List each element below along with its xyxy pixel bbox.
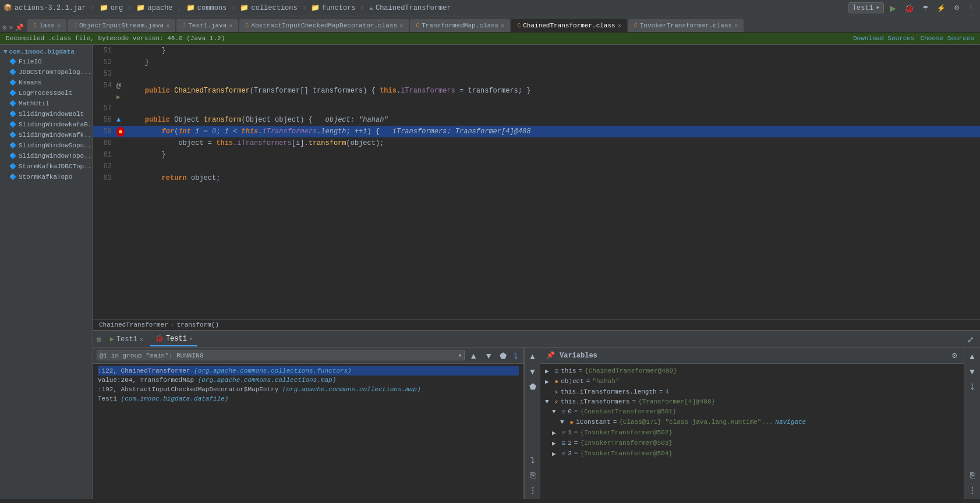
console-up-button[interactable]: ▲ xyxy=(526,350,539,363)
sidebar-item-mathutil[interactable]: 🔷 MathUtil xyxy=(0,98,93,109)
pin-icon[interactable]: 📌 xyxy=(15,23,24,32)
class-icon: 🔷 xyxy=(9,121,16,128)
var-row-0[interactable]: ▼ ≡ 0 = {ConstantTransformer@501} xyxy=(540,407,964,417)
sidebar-item-stormkafkatopo[interactable]: 🔷 StormKafkaTopo xyxy=(0,172,93,182)
class-icon: 🔷 xyxy=(9,58,16,65)
variables-settings-button[interactable]: ⚙ xyxy=(951,352,958,360)
var-down-button[interactable]: ▼ xyxy=(966,365,979,378)
breadcrumb-method[interactable]: transform() xyxy=(176,321,219,328)
code-editor[interactable]: 51 } 52 } 53 xyxy=(93,45,980,319)
sidebar-item-slidingwindowkafab[interactable]: 🔷 SlidingWindowkafaB... xyxy=(0,119,93,130)
tab-abstractinput[interactable]: C AbstractInputCheckedMapDecorator.class… xyxy=(239,19,409,32)
var-icon-1: ≡ xyxy=(561,429,565,437)
close-tab-icon[interactable]: ✕ xyxy=(618,22,621,29)
console-settings-icon[interactable]: ⋮ xyxy=(526,484,539,497)
nav-functors[interactable]: 📁 functors xyxy=(311,3,356,12)
nav-org[interactable]: 📁 org xyxy=(100,3,123,12)
more-button[interactable]: ⋮ xyxy=(965,3,977,13)
nav-class[interactable]: ☕ ChainedTransformer xyxy=(369,3,451,12)
tab-transformedmap[interactable]: C TransformedMap.class ✕ xyxy=(410,19,510,32)
var-row-iconstant[interactable]: ▼ ● iConstant = {Class@171} "class java.… xyxy=(540,417,964,428)
pin-icon: 📌 xyxy=(546,351,555,360)
class-tab-icon: C xyxy=(517,23,521,29)
tab-chainedtransformer[interactable]: C ChainedTransformer.class ✕ xyxy=(511,19,627,32)
sidebar-item-slidingwindowsopu[interactable]: 🔷 SlidingWindowSopu... xyxy=(0,140,93,151)
list-item[interactable]: :192, AbstractInputCheckedMapDecorator$M… xyxy=(98,385,519,394)
run-button[interactable]: ▶ xyxy=(887,2,898,14)
close-all-icon[interactable]: ✕ xyxy=(9,23,13,32)
nav-apache[interactable]: 📁 apache xyxy=(136,3,172,12)
sidebar-item-stormkafkajdbc[interactable]: 🔷 StormKafkaJDBCTop... xyxy=(0,161,93,172)
breadcrumb-class[interactable]: ChainedTransformer xyxy=(99,321,168,328)
sidebar-item-logprocessbolt[interactable]: 🔷 LogProcessBolt xyxy=(0,88,93,98)
var-row-itransformers[interactable]: ▼ ⚡ this.iTransformers = {Transformer[4]… xyxy=(540,397,964,407)
step-into-button[interactable]: ⤵ xyxy=(511,350,520,362)
sidebar-item-slidingwindowbolt[interactable]: 🔷 SlidingWindowBolt xyxy=(0,109,93,119)
class-tab-icon: C xyxy=(33,23,37,29)
settings-icon[interactable]: ⚙ xyxy=(2,23,6,32)
close-tab-icon[interactable]: ✕ xyxy=(399,22,403,29)
sidebar-item-fileio[interactable]: 🔷 FileIO xyxy=(0,56,93,67)
close-tab-icon[interactable]: ✕ xyxy=(57,22,61,29)
tab-test1-debug[interactable]: 🐞 Test1 ✕ xyxy=(150,332,197,346)
breadcrumb: ChainedTransformer › transform() xyxy=(93,319,980,330)
var-row-this[interactable]: ▶ ≡ this = {ChainedTransformer@489} xyxy=(540,366,964,377)
debug-tab-icon: 🐞 xyxy=(155,334,164,343)
sidebar-item-jdbc[interactable]: 🔷 JDBCStromTopolog... xyxy=(0,67,93,77)
var-up-button[interactable]: ▲ xyxy=(966,350,979,363)
console-copy-button[interactable]: ⎘ xyxy=(526,469,539,481)
close-tab-icon[interactable]: ✕ xyxy=(501,22,504,29)
close-tab-icon[interactable]: ✕ xyxy=(189,335,193,342)
tab-class[interactable]: C lass ✕ xyxy=(27,19,66,32)
var-row-object[interactable]: ▶ ● object = "hahah" xyxy=(540,377,964,387)
var-export-button[interactable]: ⤵ xyxy=(966,380,979,393)
variables-panel: 📌 Variables ⚙ ▶ ≡ this = {ChainedTransfo… xyxy=(540,348,964,499)
filter-button[interactable]: ⬟ xyxy=(497,350,509,362)
sidebar-item-slidingwindowkafk[interactable]: 🔷 SlidingWindowKafk... xyxy=(0,130,93,140)
tab-test1-run[interactable]: ▶ Test1 ✕ xyxy=(105,332,148,346)
run-config[interactable]: Test1 ▾ xyxy=(848,2,884,13)
navigate-link[interactable]: Navigate xyxy=(775,419,806,426)
nav-collections[interactable]: 📁 collections xyxy=(240,3,297,12)
resume-button[interactable]: ▲ xyxy=(467,350,480,362)
list-item[interactable]: Test1 (com.imooc.bigdata.datafile) xyxy=(98,394,519,403)
thread-dropdown[interactable]: @1 in group *main*: RUNNING ▾ xyxy=(97,350,465,360)
close-tab-icon[interactable]: ✕ xyxy=(229,22,232,29)
var-row-length[interactable]: ⚡ this.iTransformers.length = 4 xyxy=(540,387,964,397)
decompiled-message: Decompiled .class file, bytecode version… xyxy=(6,35,225,42)
choose-sources-link[interactable]: Choose Sources xyxy=(921,35,974,42)
coverage-button[interactable]: ☂ xyxy=(920,3,931,13)
sidebar-section-title[interactable]: ▼ com.imooc.bigdata xyxy=(0,47,93,56)
var-row-2[interactable]: ▶ ≡ 2 = {InvokerTransformer@503} xyxy=(540,438,964,449)
download-sources-link[interactable]: Download Sources xyxy=(853,35,915,42)
class-icon: 🔷 xyxy=(9,90,16,97)
jar-icon: 📦 xyxy=(3,3,12,12)
nav-commons[interactable]: 📁 commons xyxy=(186,3,227,12)
debug-button[interactable]: 🐞 xyxy=(902,2,917,14)
var-copy-button[interactable]: ⎘ xyxy=(966,469,979,481)
close-tab-icon[interactable]: ✕ xyxy=(140,336,143,343)
list-item[interactable]: :122, ChainedTransformer (org.apache.com… xyxy=(98,366,519,376)
step-over-button[interactable]: ▼ xyxy=(482,350,495,362)
profile-button[interactable]: ⚡ xyxy=(935,3,948,13)
tab-objectinputstream[interactable]: J ObjectInputStream.java ✕ xyxy=(68,19,175,32)
tab-test1[interactable]: J Test1.java ✕ xyxy=(176,19,238,32)
var-row-3[interactable]: ▶ ≡ 3 = {InvokerTransformer@504} xyxy=(540,449,964,459)
class-icon: 🔷 xyxy=(9,132,16,139)
sidebar-item-kmeans[interactable]: 🔷 Kmeans xyxy=(0,77,93,88)
var-row-1[interactable]: ▶ ≡ 1 = {InvokerTransformer@502} xyxy=(540,428,964,438)
nav-jar[interactable]: 📦 actions-3.2.1.jar xyxy=(3,3,86,12)
settings-button[interactable]: ⚙ xyxy=(951,3,962,13)
close-tab-icon[interactable]: ✕ xyxy=(166,22,169,29)
var-settings-button[interactable]: ⋮ xyxy=(966,484,979,497)
console-export-button[interactable]: ⤵ xyxy=(526,454,539,466)
sidebar-item-slidingwindowtopo[interactable]: 🔷 SlidingWindowTopo... xyxy=(0,151,93,161)
close-tab-icon[interactable]: ✕ xyxy=(734,22,738,29)
console-down-button[interactable]: ▼ xyxy=(526,365,539,378)
list-item[interactable]: Value:204, TransformedMap (org.apache.co… xyxy=(98,376,519,385)
tab-invokertransformer[interactable]: C InvokerTransformer.class ✕ xyxy=(628,19,744,32)
restore-layout-button[interactable]: ⤢ xyxy=(965,334,977,345)
variables-title: Variables xyxy=(560,352,597,360)
folder-icon: 📁 xyxy=(240,3,249,12)
console-filter-button[interactable]: ⬟ xyxy=(526,380,539,393)
